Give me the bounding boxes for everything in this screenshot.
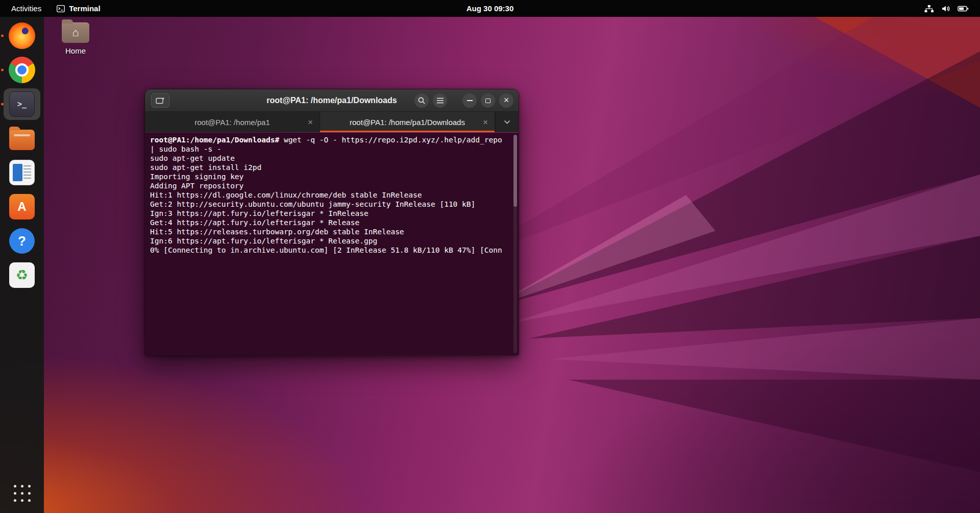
maximize-button[interactable] bbox=[481, 93, 495, 108]
top-bar: Activities Terminal Aug 30 09:30 bbox=[0, 0, 980, 17]
ubuntu-software-icon bbox=[9, 194, 35, 219]
search-button[interactable] bbox=[414, 93, 429, 108]
activities-button[interactable]: Activities bbox=[5, 3, 47, 14]
house-glyph-icon: ⌂ bbox=[62, 22, 89, 43]
app-grid-icon bbox=[14, 485, 31, 502]
scrollbar[interactable] bbox=[513, 135, 517, 353]
terminal-line: Ign:6 https://apt.fury.io/lefterisgar * … bbox=[150, 236, 513, 246]
chrome-icon bbox=[9, 57, 35, 83]
tab-list-dropdown-button[interactable] bbox=[495, 112, 519, 132]
dock-item-libreoffice-writer[interactable] bbox=[4, 157, 40, 188]
chevron-down-icon bbox=[504, 120, 510, 124]
tab-downloads[interactable]: root@PA1: /home/pa1/Downloads × bbox=[320, 112, 495, 132]
terminal-line: Get:4 https://apt.fury.io/lefterisgar * … bbox=[150, 218, 513, 227]
close-button[interactable]: × bbox=[499, 93, 513, 108]
terminal-content[interactable]: root@PA1:/home/pa1/Downloads# wget -q -O… bbox=[145, 133, 519, 355]
system-tray-menu[interactable] bbox=[918, 3, 975, 15]
terminal-line: Importing signing key bbox=[150, 172, 513, 181]
desktop-icon-home[interactable]: ⌂ Home bbox=[52, 22, 99, 55]
dock-item-terminal[interactable] bbox=[4, 88, 40, 120]
new-tab-icon bbox=[156, 97, 165, 104]
firefox-icon bbox=[9, 22, 35, 49]
window-titlebar[interactable]: root@PA1: /home/pa1/Downloads bbox=[145, 89, 519, 112]
shell-prompt: root@PA1:/home/pa1/Downloads# bbox=[150, 136, 279, 144]
terminal-line: | sudo bash -s - bbox=[150, 144, 513, 154]
terminal-icon bbox=[9, 91, 35, 117]
menu-button[interactable] bbox=[433, 93, 447, 108]
minimize-button[interactable] bbox=[462, 93, 477, 108]
terminal-line: sudo apt-get update bbox=[150, 154, 513, 163]
desktop-icon-label: Home bbox=[65, 46, 86, 55]
maximize-icon bbox=[485, 99, 491, 103]
terminal-line: 0% [Connecting to in.archive.ubuntu.com]… bbox=[150, 246, 513, 255]
dock-item-files[interactable] bbox=[4, 123, 40, 154]
tab-close-icon[interactable]: × bbox=[483, 118, 488, 127]
search-icon bbox=[418, 96, 426, 105]
show-applications-button[interactable] bbox=[4, 477, 40, 509]
terminal-window: root@PA1: /home/pa1/Downloads bbox=[144, 89, 519, 356]
terminal-app-icon bbox=[57, 5, 65, 12]
new-tab-button[interactable] bbox=[151, 93, 169, 108]
tab-home[interactable]: root@PA1: /home/pa1 × bbox=[145, 112, 320, 132]
focused-app-menu[interactable]: Terminal bbox=[51, 3, 106, 14]
terminal-line: Ign:3 https://apt.fury.io/lefterisgar * … bbox=[150, 209, 513, 218]
focused-app-name: Terminal bbox=[69, 4, 100, 13]
running-indicator bbox=[1, 35, 4, 37]
terminal-line: Adding APT repository bbox=[150, 181, 513, 190]
terminal-line: sudo apt-get install i2pd bbox=[150, 163, 513, 172]
close-icon: × bbox=[504, 95, 509, 105]
dock-item-ubuntu-software[interactable] bbox=[4, 191, 40, 223]
tab-label: root@PA1: /home/pa1/Downloads bbox=[350, 118, 465, 127]
help-icon bbox=[9, 228, 35, 254]
tab-label: root@PA1: /home/pa1 bbox=[194, 118, 270, 127]
minimize-icon bbox=[467, 100, 473, 101]
dock-item-software-updater[interactable] bbox=[4, 259, 40, 291]
running-indicator bbox=[1, 69, 4, 71]
hamburger-menu-icon bbox=[436, 97, 444, 104]
dock bbox=[0, 17, 44, 513]
terminal-line: root@PA1:/home/pa1/Downloads# wget -q -O… bbox=[150, 135, 513, 144]
files-icon bbox=[9, 130, 35, 150]
clock-button[interactable]: Aug 30 09:30 bbox=[460, 3, 520, 14]
titlebar-actions: × bbox=[414, 93, 513, 108]
terminal-line: Hit:1 https://dl.google.com/linux/chrome… bbox=[150, 190, 513, 200]
volume-icon bbox=[941, 5, 950, 13]
terminal-line: Get:2 http://security.ubuntu.com/ubuntu … bbox=[150, 200, 513, 209]
software-updater-icon bbox=[9, 262, 35, 288]
running-indicator bbox=[1, 103, 4, 106]
tab-close-icon[interactable]: × bbox=[308, 118, 313, 127]
scrollbar-thumb[interactable] bbox=[513, 135, 517, 207]
tab-bar: root@PA1: /home/pa1 × root@PA1: /home/pa… bbox=[145, 112, 519, 132]
battery-icon bbox=[958, 5, 969, 12]
window-title: root@PA1: /home/pa1/Downloads bbox=[266, 96, 397, 105]
dock-item-help[interactable] bbox=[4, 225, 40, 257]
dock-item-chrome[interactable] bbox=[4, 54, 40, 86]
network-icon bbox=[924, 5, 934, 13]
terminal-line: Hit:5 https://releases.turbowarp.org/deb… bbox=[150, 227, 513, 236]
home-folder-icon: ⌂ bbox=[62, 22, 89, 43]
libreoffice-writer-icon bbox=[9, 160, 35, 185]
terminal-output: root@PA1:/home/pa1/Downloads# wget -q -O… bbox=[150, 135, 513, 255]
dock-item-firefox[interactable] bbox=[4, 20, 40, 52]
